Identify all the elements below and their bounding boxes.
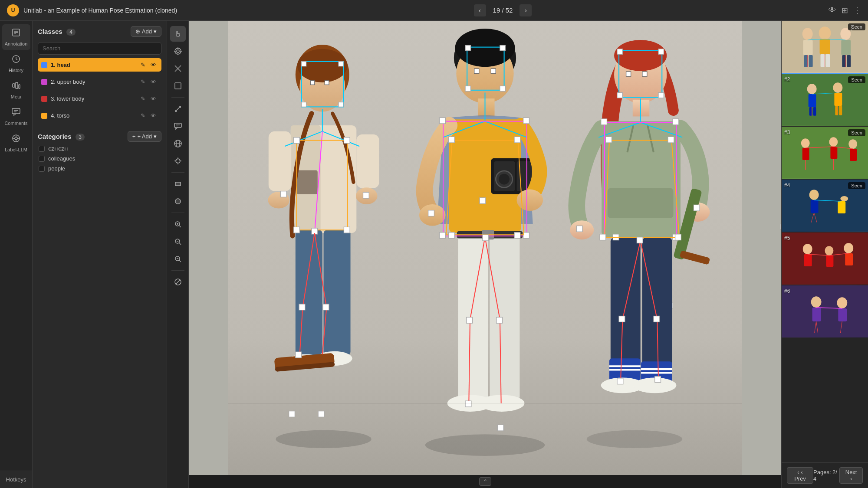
- thumbnail-number-6: #6: [784, 288, 790, 294]
- tool-zoom-fit-btn[interactable]: [170, 234, 186, 249]
- edit-class-torso-btn[interactable]: ✎: [139, 111, 147, 120]
- svg-rect-124: [500, 45, 505, 50]
- next-page-button[interactable]: Next ›: [839, 467, 863, 484]
- class-item-lowerbody[interactable]: 3. lower body ✎ 👁: [38, 92, 161, 105]
- sidebar-item-meta[interactable]: Meta: [2, 77, 30, 103]
- plus-icon: ⊕: [135, 28, 140, 35]
- tool-rect-btn[interactable]: [170, 176, 186, 192]
- sidebar-item-labelllm[interactable]: Label-LLM: [2, 130, 30, 156]
- svg-rect-247: [839, 106, 842, 115]
- category-checkbox-1[interactable]: [39, 156, 45, 162]
- nav-next-button[interactable]: ›: [519, 4, 532, 16]
- expand-button[interactable]: ⌃: [479, 477, 491, 486]
- svg-rect-158: [497, 425, 503, 431]
- svg-rect-88: [294, 227, 300, 233]
- eye-class-torso-btn[interactable]: 👁: [149, 111, 158, 120]
- meta-icon: [11, 81, 21, 92]
- prev-icon: ‹: [797, 469, 799, 475]
- eye-class-lowerbody-btn[interactable]: 👁: [149, 95, 158, 103]
- svg-rect-147: [448, 233, 454, 239]
- hotkeys-label: Hotkeys: [6, 476, 26, 483]
- history-label: History: [9, 68, 23, 73]
- svg-rect-105: [478, 98, 495, 116]
- category-item-2[interactable]: people: [38, 164, 161, 174]
- classes-title: Classes: [38, 28, 62, 35]
- svg-rect-95: [299, 304, 305, 310]
- hotkeys-button[interactable]: Hotkeys: [0, 471, 33, 488]
- add-category-button[interactable]: + + Add ▾: [128, 131, 161, 142]
- grid-icon[interactable]: ⊞: [842, 6, 848, 15]
- thumbnail-image-6: #6: [782, 285, 868, 337]
- svg-rect-205: [606, 137, 612, 143]
- tool-chat-btn[interactable]: [170, 118, 186, 134]
- nav-prev-button[interactable]: ‹: [474, 4, 486, 16]
- svg-rect-195: [601, 119, 607, 125]
- svg-rect-123: [465, 45, 470, 50]
- svg-point-53: [425, 434, 545, 456]
- sidebar-item-comments[interactable]: Comments: [2, 104, 30, 129]
- tool-cut-btn[interactable]: [170, 61, 186, 76]
- thumbnail-item-2[interactable]: #2 Seen: [782, 74, 868, 127]
- tool-crosshair-btn[interactable]: [170, 153, 186, 169]
- thumbnail-image-5: #5: [782, 233, 868, 285]
- svg-rect-115: [490, 233, 520, 400]
- svg-rect-159: [428, 210, 434, 216]
- tool-resize-btn[interactable]: [170, 101, 186, 117]
- svg-rect-283: [838, 308, 847, 321]
- canvas-area[interactable]: ⌃: [189, 21, 781, 488]
- eye-class-upperbody-btn[interactable]: 👁: [149, 78, 158, 86]
- edit-class-lowerbody-btn[interactable]: ✎: [139, 95, 147, 103]
- tool-select-btn[interactable]: [170, 78, 186, 94]
- canvas-content[interactable]: [189, 21, 781, 475]
- svg-point-54: [587, 430, 682, 448]
- prev-page-button[interactable]: ‹ ‹ Prev: [787, 467, 813, 484]
- class-item-torso[interactable]: 4. torso ✎ 👁: [38, 109, 161, 122]
- more-icon[interactable]: ⋮: [853, 6, 861, 15]
- class-item-head[interactable]: 1. head ✎ 👁: [38, 58, 161, 72]
- class-search-input[interactable]: [38, 42, 161, 55]
- thumbnail-item-3[interactable]: #3 Seen: [782, 127, 868, 180]
- sidebar-item-history[interactable]: History: [2, 51, 30, 76]
- category-checkbox-0[interactable]: [39, 146, 45, 152]
- svg-point-271: [803, 244, 812, 254]
- eye-icon[interactable]: 👁: [829, 6, 836, 15]
- tool-zoom-in-btn[interactable]: [170, 216, 186, 232]
- tool-hand-btn[interactable]: [170, 26, 186, 42]
- svg-rect-218: [576, 226, 582, 232]
- thumbnail-item-6[interactable]: #6: [782, 285, 868, 338]
- class-color-head: [41, 62, 47, 68]
- thumbnail-item-5[interactable]: #5: [782, 233, 868, 285]
- thumbnail-item-4[interactable]: #4 Seen: [782, 180, 868, 233]
- tool-circle-btn[interactable]: [170, 193, 186, 209]
- class-item-upperbody[interactable]: 2. upper body ✎ 👁: [38, 75, 161, 88]
- thumbnail-more-1[interactable]: ⋮: [848, 23, 855, 32]
- category-item-1[interactable]: colleagues: [38, 154, 161, 164]
- thumbnail-item-1[interactable]: Seen ⋮: [782, 21, 868, 74]
- svg-point-252: [801, 138, 810, 148]
- svg-point-256: [848, 139, 857, 149]
- eye-class-head-btn[interactable]: 👁: [149, 61, 158, 69]
- pose-canvas[interactable]: [189, 21, 781, 475]
- tool-zoom-out-btn[interactable]: [170, 251, 186, 267]
- svg-rect-185: [658, 92, 664, 98]
- svg-rect-270: [782, 233, 868, 284]
- svg-rect-264: [811, 200, 819, 213]
- edit-class-head-btn[interactable]: ✎: [139, 61, 147, 69]
- svg-point-244: [833, 82, 842, 93]
- add-class-button[interactable]: ⊕ Add ▾: [131, 26, 161, 37]
- tool-cancel-btn[interactable]: [170, 274, 186, 290]
- svg-rect-206: [668, 137, 674, 143]
- category-checkbox-2[interactable]: [39, 166, 45, 172]
- svg-rect-137: [523, 118, 529, 124]
- tool-globe-btn[interactable]: [170, 136, 186, 151]
- svg-rect-127: [474, 69, 479, 73]
- history-icon: [11, 54, 21, 66]
- tool-target-btn[interactable]: [170, 43, 186, 59]
- categories-section: Categories 3 + + Add ▾ ᴄᴢʜᴄᴢʜ colleagues: [38, 131, 161, 174]
- edit-class-upperbody-btn[interactable]: ✎: [139, 78, 147, 86]
- svg-rect-183: [658, 49, 664, 54]
- svg-point-226: [819, 26, 831, 39]
- category-item-0[interactable]: ᴄᴢʜᴄᴢʜ: [38, 144, 161, 154]
- sidebar-item-annotation[interactable]: Annotation: [2, 24, 30, 50]
- tool-divider-3: [171, 213, 184, 213]
